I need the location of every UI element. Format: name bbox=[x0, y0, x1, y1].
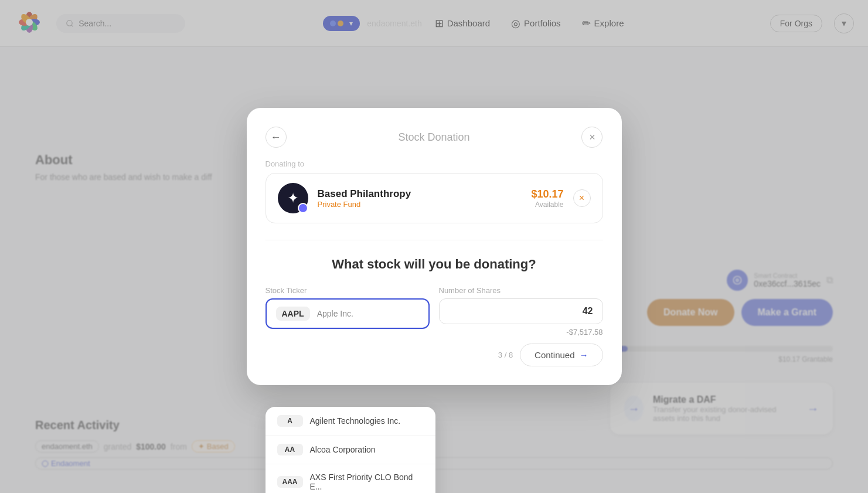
shares-value: 42 bbox=[449, 306, 593, 317]
modal-close-button[interactable]: × bbox=[581, 127, 603, 148]
dropdown-item-AAA[interactable]: AAA AXS First Priority CLO Bond E... bbox=[265, 464, 435, 493]
remove-icon: × bbox=[579, 193, 584, 203]
continue-row: 3 / 8 Continued → bbox=[265, 344, 603, 366]
ticker-tag-AAA: AAA bbox=[277, 476, 303, 488]
shares-form-group: Number of Shares 42 -$7,517.58 bbox=[439, 286, 603, 336]
continue-button[interactable]: Continued → bbox=[520, 344, 603, 366]
fund-info: Based Philanthropy Private Fund bbox=[318, 188, 522, 209]
ticker-full-name: Apple Inc. bbox=[317, 309, 353, 318]
donating-to-label: Donating to bbox=[265, 159, 603, 168]
stock-name-A: Agilent Technologies Inc. bbox=[310, 416, 401, 426]
dropdown-item-A[interactable]: A Agilent Technologies Inc. bbox=[265, 407, 435, 436]
ticker-badge: AAPL bbox=[276, 307, 310, 321]
shares-input[interactable]: 42 bbox=[439, 298, 603, 324]
step-indicator: 3 / 8 bbox=[498, 351, 513, 359]
fund-available: Available bbox=[531, 200, 563, 209]
fund-avatar: ✦ bbox=[278, 183, 308, 213]
fund-balance: $10.17 Available bbox=[531, 188, 563, 209]
stock-form-row: Stock Ticker AAPL Apple Inc. Number of S… bbox=[265, 286, 603, 336]
shares-label: Number of Shares bbox=[439, 286, 603, 295]
shares-note: -$7,517.58 bbox=[439, 328, 603, 336]
fund-star-icon: ✦ bbox=[287, 190, 299, 206]
back-arrow-icon: ← bbox=[271, 131, 281, 144]
stock-question: What stock will you be donating? bbox=[265, 257, 603, 272]
continue-arrow-icon: → bbox=[580, 350, 588, 360]
dropdown-item-AA[interactable]: AA Alcoa Corporation bbox=[265, 436, 435, 464]
close-icon: × bbox=[589, 131, 595, 144]
ticker-form-group: Stock Ticker AAPL Apple Inc. bbox=[265, 286, 430, 336]
modal-overlay[interactable]: ← Stock Donation × Donating to ✦ Based P… bbox=[0, 0, 868, 493]
ticker-input[interactable]: AAPL Apple Inc. bbox=[265, 298, 430, 329]
stock-name-AAA: AXS First Priority CLO Bond E... bbox=[310, 472, 424, 491]
modal-header: ← Stock Donation × bbox=[265, 127, 603, 148]
fund-remove-button[interactable]: × bbox=[573, 189, 591, 207]
modal-title: Stock Donation bbox=[398, 131, 469, 144]
fund-amount: $10.17 bbox=[531, 188, 563, 200]
ticker-tag-AA: AA bbox=[277, 444, 303, 455]
fund-type: Private Fund bbox=[318, 200, 522, 209]
fund-avatar-badge bbox=[298, 203, 308, 213]
ticker-tag-A: A bbox=[277, 415, 303, 427]
modal-divider bbox=[265, 240, 603, 240]
modal-back-button[interactable]: ← bbox=[265, 127, 287, 148]
stock-donation-modal: ← Stock Donation × Donating to ✦ Based P… bbox=[247, 108, 622, 385]
stock-name-AA: Alcoa Corporation bbox=[310, 445, 376, 454]
fund-name: Based Philanthropy bbox=[318, 188, 522, 200]
continue-label: Continued bbox=[535, 350, 574, 360]
stock-dropdown: A Agilent Technologies Inc. AA Alcoa Cor… bbox=[265, 407, 435, 493]
donating-to-card: ✦ Based Philanthropy Private Fund $10.17… bbox=[265, 173, 603, 223]
ticker-label: Stock Ticker bbox=[265, 286, 430, 295]
